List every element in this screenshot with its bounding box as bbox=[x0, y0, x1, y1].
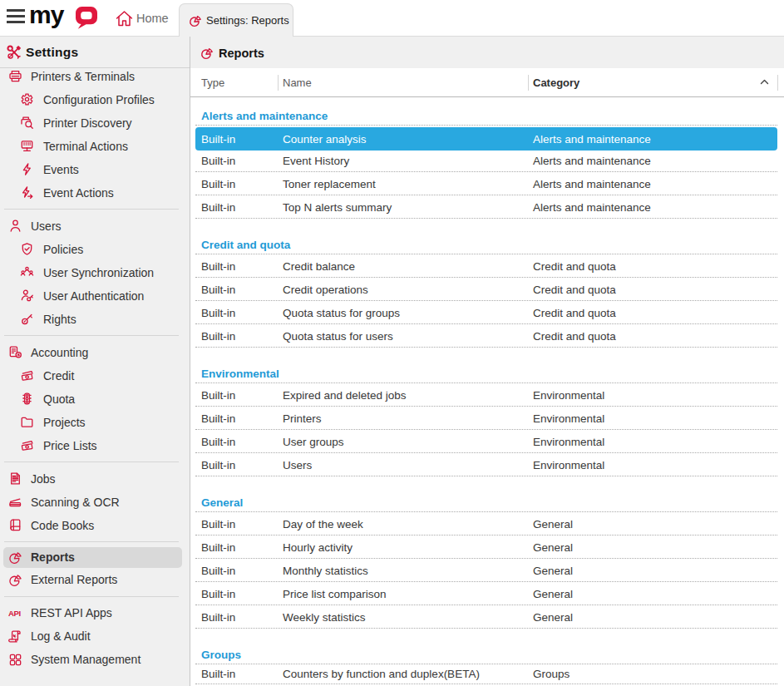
svg-text:API: API bbox=[8, 609, 21, 618]
